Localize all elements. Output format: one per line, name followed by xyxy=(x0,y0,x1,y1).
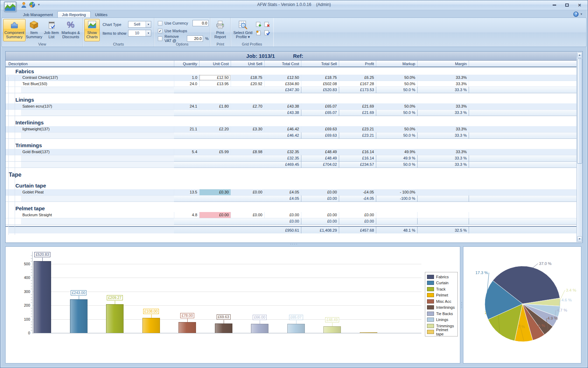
quantity-cell[interactable]: 4.8 xyxy=(174,212,199,218)
profit-cell[interactable]: £21.69 xyxy=(339,103,376,109)
chevron-down-icon[interactable]: ▼ xyxy=(146,21,151,27)
markup-cell[interactable]: 50.0% xyxy=(376,103,417,109)
group-header-row[interactable]: Trimmings xyxy=(6,139,576,149)
chart-type-select[interactable]: Sell ▼ xyxy=(128,21,151,28)
column-header-quantity[interactable]: Quantity xyxy=(174,61,199,67)
quantity-cell[interactable]: 24.0 xyxy=(174,81,199,87)
vertical-splitter[interactable] xyxy=(460,246,463,363)
unit-cost-cell[interactable]: £0.30 xyxy=(199,189,231,195)
margin-cell[interactable]: 33.3% xyxy=(417,75,469,81)
profit-cell[interactable]: -£4.05 xyxy=(339,189,376,195)
unit-sell-cell[interactable]: £0.00 xyxy=(231,212,264,218)
column-header-markup[interactable]: Markup xyxy=(376,61,417,67)
margin-cell[interactable] xyxy=(417,212,469,218)
items-to-show-select[interactable]: 10 ▼ xyxy=(128,30,151,36)
column-header-profit[interactable]: Profit xyxy=(339,61,376,67)
use-currency-input[interactable] xyxy=(192,20,209,26)
group-header-row[interactable]: Tape xyxy=(6,168,576,179)
group-header-fabrics[interactable]: Fabrics xyxy=(6,67,576,75)
profit-cell[interactable]: £23.21 xyxy=(339,126,376,132)
edit-profile-button[interactable] xyxy=(255,30,262,37)
use-currency-option[interactable]: Use Currency xyxy=(158,20,209,27)
unit-cost-cell[interactable]: £2.20 xyxy=(199,126,231,132)
total-cost-cell[interactable]: £0.00 xyxy=(264,212,301,218)
group-header-row[interactable]: Curtain tape xyxy=(6,179,576,189)
group-header-tape[interactable]: Tape xyxy=(6,168,576,179)
column-header-total-cost[interactable]: Total Cost xyxy=(264,61,301,67)
margin-cell[interactable]: 33.3% xyxy=(417,81,469,87)
margin-cell[interactable]: 33.3% xyxy=(417,149,469,155)
unit-sell-cell[interactable]: £2.70 xyxy=(231,103,264,109)
margin-cell[interactable]: 33.3% xyxy=(417,126,469,132)
markup-cell[interactable]: - 100.0% xyxy=(376,189,417,195)
total-sell-cell[interactable]: £0.00 xyxy=(301,189,339,195)
item-summary-button[interactable]: Item Summary xyxy=(26,19,43,41)
markup-cell[interactable]: 50.0% xyxy=(376,81,417,87)
profit-cell[interactable]: £167.28 xyxy=(339,81,376,87)
description-cell[interactable]: Buckrum Straight xyxy=(6,212,174,218)
quantity-cell[interactable]: 21.1 xyxy=(174,126,199,132)
column-header-unit-sell[interactable]: Unit Sell xyxy=(231,61,264,67)
column-header-description[interactable]: Description xyxy=(6,61,174,67)
total-sell-cell[interactable]: £48.49 xyxy=(301,149,339,155)
show-charts-button[interactable]: Show Charts xyxy=(84,19,100,41)
total-cost-cell[interactable]: £46.42 xyxy=(264,126,301,132)
total-sell-cell[interactable]: £18.75 xyxy=(301,75,339,81)
profit-cell[interactable]: £6.25 xyxy=(339,75,376,81)
use-markups-checkbox[interactable]: ✓ xyxy=(158,29,162,33)
quantity-cell[interactable]: 1.0 xyxy=(174,75,199,81)
table-row[interactable]: Buckrum Straight4.8£0.00£0.00£0.00£0.00£… xyxy=(6,212,576,218)
unit-cost-cell[interactable]: £0.00 xyxy=(199,212,231,218)
quantity-cell[interactable]: 13.5 xyxy=(174,189,199,195)
select-grid-profile-button[interactable]: Select Grid Profile ▾ xyxy=(232,19,254,41)
markup-cell[interactable] xyxy=(376,212,417,218)
table-row[interactable]: Contrast Chintz(137)1.0£12.50£18.75£12.5… xyxy=(6,75,576,81)
job-item-list-button[interactable]: Job Item List xyxy=(43,19,60,41)
unit-sell-cell[interactable]: £18.75 xyxy=(231,75,264,81)
total-cost-cell[interactable]: £12.50 xyxy=(264,75,301,81)
group-header-row[interactable]: Linings xyxy=(6,94,576,103)
tab-job-reporting[interactable]: Job Reporting xyxy=(57,11,91,18)
total-sell-cell[interactable]: £69.63 xyxy=(301,126,339,132)
group-header-linings[interactable]: Linings xyxy=(6,94,576,103)
horizontal-splitter[interactable]: ···· xyxy=(1,243,587,246)
description-cell[interactable]: lightweight(137) xyxy=(6,126,174,132)
app-icon[interactable] xyxy=(4,1,16,12)
profit-cell[interactable]: £0.00 xyxy=(339,212,376,218)
chevron-down-icon[interactable]: ▼ xyxy=(146,30,151,36)
maximize-button[interactable] xyxy=(563,2,571,8)
help-dropdown-icon[interactable]: ▼ xyxy=(580,13,583,16)
table-row[interactable]: Test Blue(150)24.0£13.95£20.92£334.80£50… xyxy=(6,81,576,87)
total-cost-cell[interactable]: £32.35 xyxy=(264,149,301,155)
group-header-trimmings[interactable]: Trimmings xyxy=(6,139,576,149)
use-currency-checkbox[interactable] xyxy=(158,21,162,26)
group-header-pelmet-tape[interactable]: Pelmet tape xyxy=(6,202,576,212)
column-header-unit-cost[interactable]: Unit Cost xyxy=(199,61,231,67)
tab-utilities[interactable]: Utilities xyxy=(91,11,112,18)
group-header-row[interactable]: Fabrics xyxy=(6,67,576,75)
total-sell-cell[interactable]: £65.07 xyxy=(301,103,339,109)
remove-vat-option[interactable]: Remove VAT @ % xyxy=(158,35,209,42)
total-cost-cell[interactable]: £4.05 xyxy=(264,189,301,195)
group-header-row[interactable]: Pelmet tape xyxy=(6,202,576,212)
table-row[interactable]: Sateen ecru(137)24.1£1.80£2.70£43.38£65.… xyxy=(6,103,576,109)
unit-sell-cell[interactable]: £3.30 xyxy=(231,126,264,132)
table-row[interactable]: Goblet Pleat13.5£0.30£0.00£4.05£0.00-£4.… xyxy=(6,189,576,195)
close-button[interactable]: ✕ xyxy=(576,2,583,8)
table-row[interactable]: lightweight(137)21.1£2.20£3.30£46.42£69.… xyxy=(6,126,576,132)
add-profile-button[interactable] xyxy=(255,22,262,29)
use-markups-option[interactable]: ✓ Use Markups xyxy=(158,27,209,34)
group-header-interlinings[interactable]: Interlinings xyxy=(6,116,576,126)
apply-profile-button[interactable] xyxy=(264,30,271,37)
component-summary-button[interactable]: Component Summary xyxy=(3,19,26,41)
unit-sell-cell[interactable]: £20.92 xyxy=(231,81,264,87)
minimize-button[interactable] xyxy=(551,2,558,8)
unit-sell-cell[interactable]: £8.98 xyxy=(231,149,264,155)
quantity-cell[interactable]: 5.4 xyxy=(174,149,199,155)
group-header-row[interactable]: Interlinings xyxy=(6,116,576,126)
unit-cost-cell[interactable]: £1.80 xyxy=(199,103,231,109)
table-row[interactable]: Gold Braid(137)5.4£5.99£8.98£32.35£48.49… xyxy=(6,149,576,155)
remove-vat-checkbox[interactable] xyxy=(158,36,162,41)
markups-discounts-button[interactable]: %Markups & Discounts xyxy=(60,19,81,41)
scrollbar-thumb[interactable] xyxy=(577,59,582,164)
